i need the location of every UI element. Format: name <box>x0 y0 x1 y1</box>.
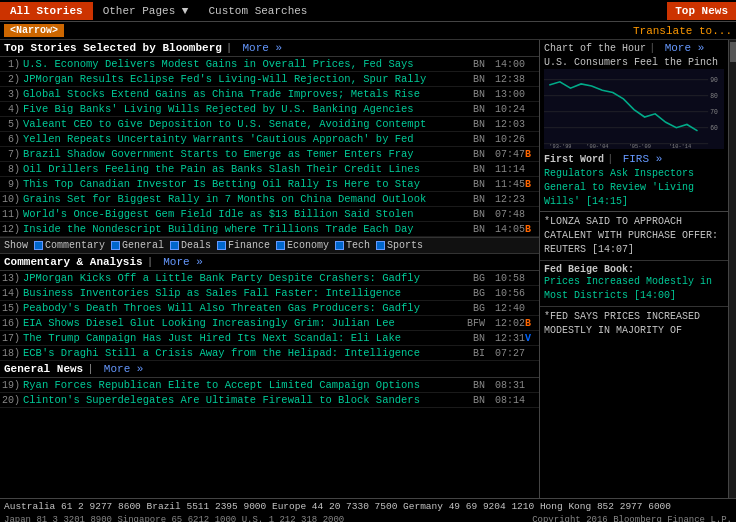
filter-checkbox[interactable] <box>276 241 285 250</box>
table-row: 20) Clinton's Superdelegates Are Ultimat… <box>0 393 539 408</box>
filter-bar: Show Commentary General Deals Finance Ec… <box>0 237 539 254</box>
story-link[interactable]: Yellen Repeats Uncertainty Warrants 'Cau… <box>23 133 459 145</box>
filter-checkbox[interactable] <box>335 241 344 250</box>
table-row: 16) EIA Shows Diesel Glut Looking Increa… <box>0 316 539 331</box>
first-word-story1[interactable]: Regulators Ask Inspectors General to Rev… <box>544 167 724 209</box>
story-number: 17) <box>2 333 20 344</box>
story-link[interactable]: Business Inventories Slip as Sales Fall … <box>23 287 459 299</box>
filter-checkbox[interactable] <box>217 241 226 250</box>
top-stories-more[interactable]: More » <box>242 42 282 54</box>
story-time: 10:58 <box>485 273 525 284</box>
story-source: BN <box>459 104 485 115</box>
story-time: 08:31 <box>485 380 525 391</box>
separator: | <box>226 42 233 54</box>
story-link[interactable]: JPMorgan Kicks Off a Little Bank Party D… <box>23 272 459 284</box>
story-link[interactable]: Grains Set for Biggest Rally in 7 Months… <box>23 193 459 205</box>
filter-item[interactable]: General <box>111 240 164 251</box>
chart-sep: | <box>649 42 656 54</box>
svg-text:'00-'04: '00-'04 <box>586 144 608 149</box>
nav-all-stories[interactable]: All Stories <box>0 2 93 20</box>
filter-checkbox[interactable] <box>376 241 385 250</box>
table-row: 4) Five Big Banks' Living Wills Rejected… <box>0 102 539 117</box>
table-row: 8) Oil Drillers Feeling the Pain as Bank… <box>0 162 539 177</box>
story-time: 12:38 <box>485 74 525 85</box>
filter-label: Tech <box>346 240 370 251</box>
story-time: 08:14 <box>485 395 525 406</box>
nav-custom-searches[interactable]: Custom Searches <box>198 2 317 20</box>
general-news-header: General News | More » <box>0 361 539 378</box>
story-link[interactable]: The Trump Campaign Has Just Hired Its Ne… <box>23 332 459 344</box>
story-link[interactable]: U.S. Economy Delivers Modest Gains in Ov… <box>23 58 459 70</box>
story-source: BN <box>459 59 485 70</box>
table-row: 1) U.S. Economy Delivers Modest Gains in… <box>0 57 539 72</box>
story-link[interactable]: Five Big Banks' Living Wills Rejected by… <box>23 103 459 115</box>
story-link[interactable]: Global Stocks Extend Gains as China Trad… <box>23 88 459 100</box>
story-time: 12:23 <box>485 194 525 205</box>
filter-item[interactable]: Tech <box>335 240 370 251</box>
filter-label: Finance <box>228 240 270 251</box>
story-badge: B <box>525 179 537 190</box>
filter-item[interactable]: Commentary <box>34 240 105 251</box>
story-link[interactable]: This Top Canadian Investor Is Betting Oi… <box>23 178 459 190</box>
story-link[interactable]: Oil Drillers Feeling the Pain as Banks S… <box>23 163 459 175</box>
story-number: 11) <box>2 209 20 220</box>
story-link[interactable]: Valeant CEO to Give Deposition to U.S. S… <box>23 118 459 130</box>
filter-item[interactable]: Economy <box>276 240 329 251</box>
lonza-section: *LONZA SAID TO APPROACH CATALENT WITH PU… <box>540 212 728 261</box>
nav-other-pages[interactable]: Other Pages ▼ <box>93 2 199 20</box>
story-link[interactable]: Peabody's Death Throes Will Also Threate… <box>23 302 459 314</box>
fed-text: *FED SAYS PRICES INCREASED MODESTLY IN M… <box>544 310 724 338</box>
story-link[interactable]: EIA Shows Diesel Glut Looking Increasing… <box>23 317 459 329</box>
show-label: Show <box>4 240 28 251</box>
table-row: 7) Brazil Shadow Government Starts to Em… <box>0 147 539 162</box>
story-number: 1) <box>2 59 20 70</box>
svg-text:'93-'99: '93-'99 <box>549 144 571 149</box>
beige-text[interactable]: Prices Increased Modestly in Most Distri… <box>544 275 724 303</box>
story-link[interactable]: Brazil Shadow Government Starts to Emerg… <box>23 148 459 160</box>
narrow-bar: <Narrow> Translate to... <box>0 22 736 40</box>
story-number: 18) <box>2 348 20 359</box>
story-source: BG <box>459 288 485 299</box>
top-news-button[interactable]: Top News <box>667 2 736 20</box>
fed-section: *FED SAYS PRICES INCREASED MODESTLY IN M… <box>540 307 728 341</box>
filter-item[interactable]: Deals <box>170 240 211 251</box>
translate-button[interactable]: Translate to... <box>633 25 732 37</box>
story-time: 12:31 <box>485 333 525 344</box>
story-source: BN <box>459 224 485 235</box>
story-source: BN <box>459 89 485 100</box>
story-source: BG <box>459 303 485 314</box>
story-source: BN <box>459 164 485 175</box>
story-time: 14:05 <box>485 224 525 235</box>
beige-section: Fed Beige Book: Prices Increased Modestl… <box>540 261 728 307</box>
narrow-tag[interactable]: <Narrow> <box>4 24 64 37</box>
svg-text:'05-'09: '05-'09 <box>629 144 651 149</box>
chart-more[interactable]: More » <box>665 42 705 54</box>
story-source: BN <box>459 395 485 406</box>
story-link[interactable]: ECB's Draghi Still a Crisis Away from th… <box>23 347 459 359</box>
story-time: 12:02 <box>485 318 525 329</box>
filter-checkbox[interactable] <box>170 241 179 250</box>
story-number: 5) <box>2 119 20 130</box>
story-link[interactable]: Ryan Forces Republican Elite to Accept L… <box>23 379 459 391</box>
filter-item[interactable]: Sports <box>376 240 423 251</box>
commentary-more[interactable]: More » <box>163 256 203 268</box>
story-time: 10:24 <box>485 104 525 115</box>
story-number: 9) <box>2 179 20 190</box>
story-link[interactable]: Clinton's Superdelegates Are Ultimate Fi… <box>23 394 459 406</box>
filter-label: Deals <box>181 240 211 251</box>
filter-label: Economy <box>287 240 329 251</box>
story-number: 2) <box>2 74 20 85</box>
story-link[interactable]: Inside the Nondescript Building where Tr… <box>23 223 459 235</box>
filter-item[interactable]: Finance <box>217 240 270 251</box>
filter-checkbox[interactable] <box>111 241 120 250</box>
firs-link[interactable]: FIRS » <box>623 153 663 165</box>
general-news-more[interactable]: More » <box>104 363 144 375</box>
first-word-section: First Word | FIRS » Regulators Ask Inspe… <box>540 151 728 212</box>
story-time: 14:00 <box>485 59 525 70</box>
story-link[interactable]: JPMorgan Results Eclipse Fed's Living-Wi… <box>23 73 459 85</box>
story-number: 20) <box>2 395 20 406</box>
left-panel: Top Stories Selected by Bloomberg | More… <box>0 40 540 498</box>
story-link[interactable]: World's Once-Biggest Gem Field Idle as $… <box>23 208 459 220</box>
story-badge: B <box>525 318 537 329</box>
filter-checkbox[interactable] <box>34 241 43 250</box>
